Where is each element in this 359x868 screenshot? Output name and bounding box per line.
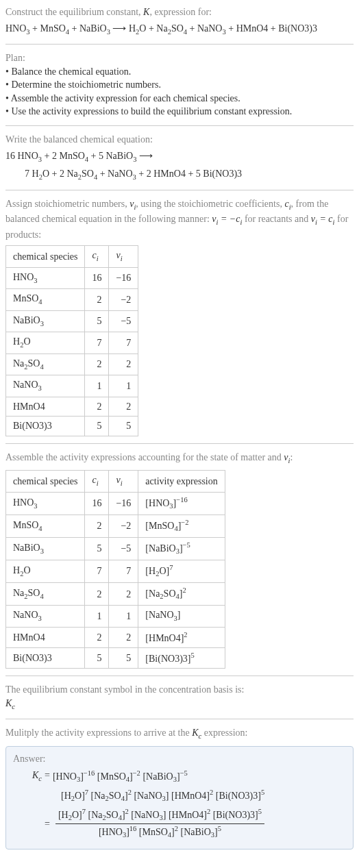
table-header-row: chemical species ci νi activity expressi… — [6, 471, 225, 492]
cell-species: MnSO4 — [6, 514, 85, 537]
table-row: Na2SO422[Na2SO4]2 — [6, 583, 225, 606]
cell-vi: 2 — [109, 583, 138, 606]
table-row: MnSO42−2[MnSO4]−2 — [6, 514, 225, 537]
stoich-table: chemical species ci νi HNO316−16 MnSO42−… — [5, 245, 138, 436]
col-vi: νi — [109, 471, 138, 492]
cell-activity: [MnSO4]−2 — [138, 514, 225, 537]
cell-vi: −16 — [109, 267, 138, 288]
cell-ci: 1 — [85, 375, 109, 397]
answer-label: Answer: — [13, 752, 346, 766]
title-k: K — [143, 7, 149, 17]
table-row: H2O77 — [6, 332, 138, 354]
answer-line1: Kc = [HNO3]−16 [MnSO4]−2 [NaBiO3]−5 — [13, 769, 346, 785]
col-species: chemical species — [6, 246, 85, 267]
cell-species: HNO3 — [6, 267, 85, 288]
cell-species: HNO3 — [6, 492, 85, 514]
plan-header: Plan: — [5, 51, 354, 65]
table-row: HNO316−16[HNO3]−16 — [6, 492, 225, 514]
cell-species: HMnO4 — [6, 627, 85, 647]
equals: = — [45, 817, 50, 831]
cell-vi: 2 — [109, 397, 138, 417]
basis-text: The equilibrium constant symbol in the c… — [5, 683, 354, 697]
cell-ci: 2 — [85, 583, 109, 606]
table-header-row: chemical species ci νi — [6, 246, 138, 267]
cell-activity: [NaBiO3]−5 — [138, 538, 225, 560]
cell-species: HMnO4 — [6, 397, 85, 417]
plan-item: • Assemble the activity expression for e… — [5, 92, 354, 106]
plan-block: Plan: • Balance the chemical equation. •… — [5, 51, 354, 119]
cell-vi: 1 — [109, 375, 138, 397]
table-row: Bi(NO3)355 — [6, 417, 138, 436]
cell-species: NaNO3 — [6, 606, 85, 627]
cell-ci: 16 — [85, 492, 109, 514]
col-ci: ci — [85, 246, 109, 267]
plan-item: • Determine the stoichiometric numbers. — [5, 78, 354, 92]
cell-species: H2O — [6, 560, 85, 583]
cell-activity: [HMnO4]2 — [138, 627, 225, 647]
answer-line3: = [H2O]7 [Na2SO4]2 [NaNO3] [HMnO4]2 [Bi(… — [13, 807, 346, 841]
assign-nu: νi — [129, 199, 136, 209]
title-prefix: Construct the equilibrium constant, — [5, 7, 143, 17]
table-row: HMnO422[HMnO4]2 — [6, 627, 225, 647]
title-suffix: , expression for: — [149, 7, 212, 17]
cell-ci: 2 — [85, 354, 109, 375]
cell-activity: [NaNO3] — [138, 606, 225, 627]
cell-activity: [H2O]7 — [138, 560, 225, 583]
assign-rel: νi = −ci — [212, 214, 242, 224]
balanced-block: Write the balanced chemical equation: 16… — [5, 133, 354, 183]
table-row: Bi(NO3)355[Bi(NO3)3]5 — [6, 648, 225, 669]
fraction-numerator: [H2O]7 [Na2SO4]2 [NaNO3] [HMnO4]2 [Bi(NO… — [55, 807, 264, 824]
plan-item: • Balance the chemical equation. — [5, 65, 354, 79]
table-row: NaNO311[NaNO3] — [6, 606, 225, 627]
activity-header: Assemble the activity expressions accoun… — [5, 452, 284, 462]
divider — [5, 443, 354, 444]
table-row: MnSO42−2 — [6, 289, 138, 310]
table-row: Na2SO422 — [6, 354, 138, 375]
assign-block: Assign stoichiometric numbers, νi, using… — [5, 197, 354, 436]
cell-species: Bi(NO3)3 — [6, 417, 85, 436]
plan-item: • Use the activity expressions to build … — [5, 105, 354, 119]
cell-ci: 5 — [85, 417, 109, 436]
divider — [5, 190, 354, 190]
kc-symbol-inline: Kc — [192, 728, 201, 738]
assign-text: for reactants and — [242, 214, 310, 224]
title-block: Construct the equilibrium constant, K, e… — [5, 5, 354, 37]
activity-block: Assemble the activity expressions accoun… — [5, 451, 354, 669]
cell-ci: 1 — [85, 606, 109, 627]
main-equation: HNO3 + MnSO4 + NaBiO3 ⟶ H2O + Na2SO4 + N… — [5, 22, 354, 37]
cell-vi: −2 — [109, 514, 138, 537]
balanced-line2: 7 H2O + 2 Na2SO4 + NaNO3 + 2 HMnO4 + 5 B… — [5, 167, 354, 182]
cell-species: NaBiO3 — [6, 538, 85, 560]
balanced-line1: 16 HNO3 + 2 MnSO4 + 5 NaBiO3 ⟶ — [5, 149, 354, 164]
equals: = — [45, 769, 50, 782]
table-row: HMnO422 — [6, 397, 138, 417]
answer-line2: [H2O]7 [Na2SO4]2 [NaNO3] [HMnO4]2 [Bi(NO… — [13, 788, 346, 804]
assign-rel: νi = ci — [311, 214, 335, 224]
cell-ci: 2 — [85, 627, 109, 647]
cell-ci: 5 — [85, 648, 109, 669]
activity-table: chemical species ci νi activity expressi… — [5, 470, 225, 669]
col-ci: ci — [85, 471, 109, 492]
col-activity: activity expression — [138, 471, 225, 492]
cell-activity: [HNO3]−16 — [138, 492, 225, 514]
col-vi: νi — [109, 246, 138, 267]
answer-expr1: [HNO3]−16 [MnSO4]−2 [NaBiO3]−5 — [53, 769, 188, 785]
cell-ci: 2 — [85, 397, 109, 417]
table-row: NaBiO35−5[NaBiO3]−5 — [6, 538, 225, 560]
cell-ci: 16 — [85, 267, 109, 288]
cell-ci: 5 — [85, 310, 109, 332]
cell-vi: 7 — [109, 560, 138, 583]
cell-vi: −5 — [109, 310, 138, 332]
col-species: chemical species — [6, 471, 85, 492]
cell-ci: 7 — [85, 560, 109, 583]
fraction-denominator: [HNO3]16 [MnSO4]2 [NaBiO3]5 — [55, 824, 264, 841]
cell-activity: [Bi(NO3)3]5 — [138, 648, 225, 669]
assign-text: Assign stoichiometric numbers, — [5, 199, 129, 209]
answer-expr2: [H2O]7 [Na2SO4]2 [NaNO3] [HMnO4]2 [Bi(NO… — [61, 788, 264, 804]
basis-block: The equilibrium constant symbol in the c… — [5, 683, 354, 712]
divider — [5, 719, 354, 719]
cell-vi: 2 — [109, 627, 138, 647]
multiply-block: Mulitply the activity expressions to arr… — [5, 726, 354, 850]
cell-species: NaBiO3 — [6, 310, 85, 332]
cell-species: H2O — [6, 332, 85, 354]
